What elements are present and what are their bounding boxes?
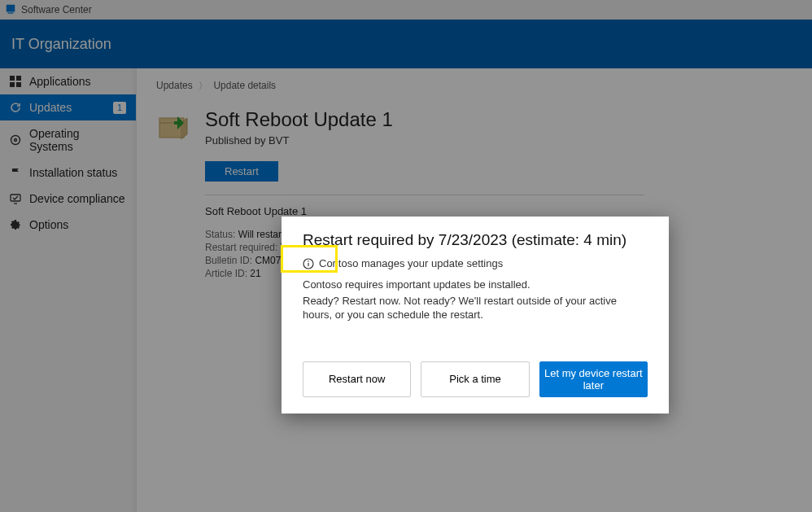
restart-later-button[interactable]: Let my device restart later: [539, 361, 648, 397]
dialog-body-1: Contoso requires important updates be in…: [303, 278, 648, 292]
restart-now-button[interactable]: Restart now: [303, 361, 411, 397]
dialog-title: Restart required by 7/23/2023 (estimate:…: [303, 231, 648, 249]
pick-a-time-button[interactable]: Pick a time: [421, 361, 529, 397]
restart-required-dialog: Restart required by 7/23/2023 (estimate:…: [282, 217, 669, 414]
svg-point-12: [308, 260, 309, 262]
dialog-body-2: Ready? Restart now. Not ready? We'll res…: [303, 294, 648, 322]
dialog-info-line: Contoso manages your update settings: [303, 257, 648, 269]
info-icon: [303, 258, 314, 269]
dialog-info-text: Contoso manages your update settings: [319, 257, 503, 269]
